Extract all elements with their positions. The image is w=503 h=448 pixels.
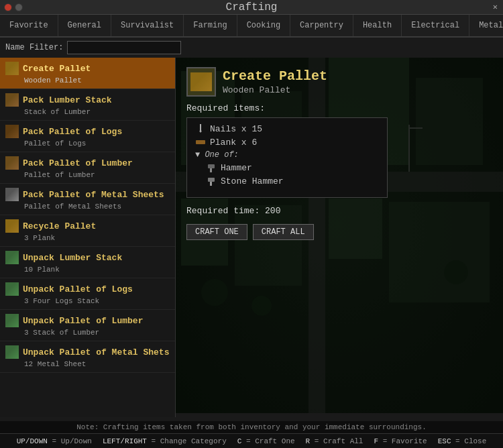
lumber-icon-2 [5, 156, 19, 170]
metal-icon [5, 188, 19, 201]
kb-leftright: LEFT/RIGHT = Change Category [103, 437, 227, 445]
craft-buttons: CRAFT ONE CRAFT ALL [186, 224, 492, 240]
svg-rect-18 [210, 168, 212, 172]
svg-rect-17 [196, 140, 205, 144]
recipe-item-unpack-pallet-lumber[interactable]: Unpack Pallet of Lumber 3 Stack of Lumbe… [0, 310, 175, 341]
detail-icon-inner [190, 72, 212, 91]
window-title: Crafting [226, 1, 278, 13]
req-stone-hammer: Stone Hammer [195, 176, 379, 186]
svg-rect-19 [208, 164, 215, 168]
kb-craft-one: C = Craft One [237, 437, 295, 445]
kb-favorite: F = Favorite [374, 437, 427, 445]
requirements-box: Nails x 15 Plank x 6 ▼ One of: Hammer [186, 117, 388, 198]
recipe-item-unpack-pallet-metal[interactable]: Unpack Pallet of Metal Shets 12 Metal Sh… [0, 341, 175, 373]
tab-favorite[interactable]: Favorite [0, 15, 58, 36]
tab-health[interactable]: Health [353, 15, 402, 36]
required-time-value: 200 [265, 206, 280, 216]
detail-title: Create Pallet [223, 68, 327, 84]
title-bar-controls [4, 3, 23, 11]
svg-marker-16 [199, 131, 202, 133]
svg-rect-20 [210, 181, 212, 186]
recipe-list: Create Pallet Wooden Pallet Pack Lumber … [0, 58, 176, 417]
book-icon-4 [5, 345, 19, 359]
one-of-label: ▼ One of: [195, 150, 379, 160]
log-icon [5, 125, 19, 138]
recipe-item-pack-pallet-logs[interactable]: Pack Pallet of Logs Pallet of Logs [0, 121, 175, 152]
kb-esc: ESC = Close [438, 437, 487, 445]
kb-updown: UP/DOWN = Up/Down [17, 437, 92, 445]
close-x-icon[interactable]: ✕ [493, 2, 498, 12]
recipe-item-pack-lumber-stack[interactable]: Pack Lumber Stack Stack of Lumber [0, 89, 175, 121]
detail-subtitle: Wooden Pallet [223, 85, 327, 95]
recipe-item-pack-pallet-lumber[interactable]: Pack Pallet of Lumber Pallet of Lumber [0, 152, 175, 184]
recipe-item-pack-pallet-metal[interactable]: Pack Pallet of Metal Sheets Pallet of Me… [0, 184, 175, 215]
craft-all-button[interactable]: CRAFT ALL [253, 224, 314, 240]
svg-rect-21 [208, 178, 215, 182]
nail-icon [195, 123, 206, 134]
required-time: Required time: 200 [186, 206, 492, 216]
tab-cooking[interactable]: Cooking [237, 15, 290, 36]
name-filter-row: Name Filter: [0, 38, 503, 58]
req-hammer: Hammer [195, 162, 379, 173]
detail-item-icon [186, 67, 216, 97]
title-bar: Crafting ✕ [0, 0, 503, 15]
book-icon-2 [5, 282, 19, 296]
book-icon-3 [5, 314, 19, 327]
kb-craft-all: R = Craft All [306, 437, 364, 445]
tab-metalworking[interactable]: Metalworking [469, 15, 503, 36]
pallet-icon [5, 62, 19, 75]
recipe-item-unpack-pallet-logs[interactable]: Unpack Pallet of Logs 3 Four Logs Stack [0, 278, 175, 310]
detail-title-group: Create Pallet Wooden Pallet [223, 68, 327, 95]
craft-one-button[interactable]: CRAFT ONE [186, 224, 247, 240]
plank-icon [195, 137, 206, 148]
tab-bar: Favorite General Survivalist Farming Coo… [0, 15, 503, 38]
tab-electrical[interactable]: Electrical [402, 15, 469, 36]
tab-carpentry[interactable]: Carpentry [290, 15, 353, 36]
detail-panel: Create Pallet Wooden Pallet Required ite… [176, 58, 503, 417]
recipe-item-create-pallet[interactable]: Create Pallet Wooden Pallet [0, 58, 175, 89]
main-layout: Create Pallet Wooden Pallet Pack Lumber … [0, 58, 503, 417]
req-plank: Plank x 6 [195, 137, 379, 148]
required-items-label: Required items: [186, 103, 492, 113]
tab-survivalist[interactable]: Survivalist [111, 15, 184, 36]
pallet-icon-2 [5, 219, 19, 233]
recipe-item-recycle-pallet[interactable]: Recycle Pallet 3 Plank [0, 215, 175, 247]
close-button[interactable] [4, 3, 12, 11]
recipe-item-unpack-lumber-stack[interactable]: Unpack Lumber Stack 10 Plank [0, 247, 175, 278]
req-nails: Nails x 15 [195, 123, 379, 134]
book-icon [5, 251, 19, 264]
detail-title-row: Create Pallet Wooden Pallet [186, 67, 492, 97]
hammer-icon [206, 162, 217, 173]
tab-general[interactable]: General [58, 15, 111, 36]
minimize-button[interactable] [15, 3, 23, 11]
name-filter-input[interactable] [67, 41, 181, 54]
bottom-note: Note: Crafting items taken from both inv… [0, 421, 503, 433]
svg-rect-15 [200, 124, 201, 131]
stone-hammer-icon [206, 176, 217, 186]
keybindings-bar: UP/DOWN = Up/Down LEFT/RIGHT = Change Ca… [0, 433, 503, 448]
lumber-icon [5, 93, 19, 107]
name-filter-label: Name Filter: [5, 43, 63, 52]
tab-farming[interactable]: Farming [184, 15, 237, 36]
